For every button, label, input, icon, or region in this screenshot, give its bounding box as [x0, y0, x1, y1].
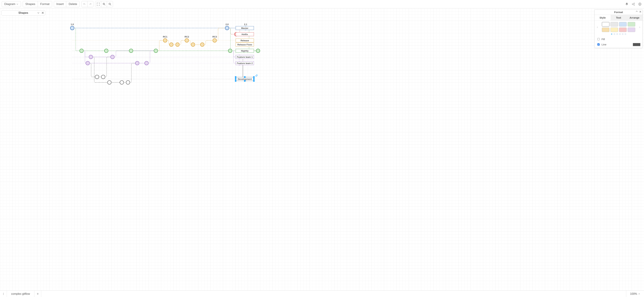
commit-node[interactable]: [104, 49, 108, 53]
swatch-page-dot[interactable]: [622, 34, 623, 35]
zoom-out-icon: [108, 2, 112, 6]
commit-node[interactable]: [212, 38, 217, 42]
edge[interactable]: [215, 28, 227, 40]
swatch-page-dot[interactable]: [611, 34, 612, 35]
selection-handle[interactable]: [235, 78, 236, 80]
redo-button[interactable]: [88, 1, 93, 7]
zoom-in-button[interactable]: [101, 1, 107, 7]
swatch-page-dot[interactable]: [625, 34, 626, 35]
notifications-button[interactable]: [624, 2, 629, 6]
swatch[interactable]: [602, 22, 610, 26]
swatch-prev[interactable]: ‹: [596, 25, 599, 29]
commit-node[interactable]: [163, 38, 167, 42]
chevron-down-icon: [37, 12, 40, 14]
swatch-next[interactable]: ›: [638, 25, 641, 29]
format-panel-close[interactable]: ✕: [639, 10, 642, 14]
edge[interactable]: [103, 57, 112, 77]
selection-handle[interactable]: [253, 76, 255, 78]
swatch[interactable]: [610, 28, 618, 32]
line-preview[interactable]: [633, 43, 640, 46]
lane-label[interactable]: Feature team 2: [236, 61, 254, 65]
commit-node[interactable]: [191, 42, 195, 47]
swatch-page-dot[interactable]: [614, 34, 615, 35]
commit-node[interactable]: [70, 26, 74, 30]
selection-handle[interactable]: [235, 80, 236, 82]
commit-node[interactable]: [107, 80, 112, 84]
selection-handle[interactable]: [253, 78, 255, 80]
format-panel: Format ✕ Style Text Arrange ‹ › Fill Lin…: [594, 10, 642, 48]
dots-vertical-icon: [2, 293, 5, 295]
lane-label[interactable]: Hotfix: [236, 32, 254, 36]
page-tab[interactable]: complex gitflow: [7, 291, 34, 297]
undo-button[interactable]: [82, 1, 88, 7]
fill-row: Fill: [595, 36, 642, 42]
zoom-indicator[interactable]: 100%: [626, 291, 644, 297]
commit-node[interactable]: [129, 49, 133, 53]
selection-handle[interactable]: [235, 76, 236, 78]
commit-node[interactable]: [126, 80, 130, 84]
tab-text[interactable]: Text: [611, 15, 627, 20]
edge[interactable]: [240, 57, 246, 79]
zoom-out-button[interactable]: [107, 1, 113, 7]
tab-style[interactable]: Style: [595, 15, 611, 20]
shapes-panel: Shapes ✕: [2, 10, 45, 16]
shapes-panel-close[interactable]: ✕: [41, 10, 44, 15]
delete-button[interactable]: Delete: [66, 1, 80, 7]
commit-node[interactable]: [144, 61, 148, 65]
commit-node[interactable]: [101, 75, 105, 79]
format-toggle[interactable]: Format: [38, 1, 52, 7]
chevron-down-icon: [16, 3, 18, 5]
selection-handle[interactable]: [244, 76, 246, 78]
insert-button[interactable]: Insert: [54, 1, 66, 7]
commit-node[interactable]: [154, 49, 158, 53]
pages-menu-button[interactable]: [0, 291, 7, 297]
commit-node[interactable]: [185, 38, 189, 42]
edge[interactable]: [72, 28, 82, 51]
lane-label[interactable]: Release: [236, 38, 254, 42]
fit-button[interactable]: [95, 1, 101, 7]
tab-arrange[interactable]: Arrange: [626, 15, 642, 20]
lane-label[interactable]: Release Fixes: [236, 43, 254, 46]
commit-node[interactable]: [110, 55, 114, 59]
lane-label[interactable]: Master: [236, 26, 254, 30]
format-panel-collapse[interactable]: [636, 10, 638, 12]
swatch[interactable]: [619, 28, 627, 32]
commit-node[interactable]: [225, 26, 229, 30]
swatch[interactable]: [628, 22, 635, 26]
lane-label[interactable]: Nightly: [236, 49, 254, 53]
swatch[interactable]: [619, 22, 627, 26]
shapes-toggle[interactable]: Shapes: [23, 1, 38, 7]
fill-checkbox[interactable]: [598, 38, 600, 40]
edge[interactable]: [128, 63, 137, 82]
edge[interactable]: [227, 28, 232, 51]
globe-button[interactable]: [638, 2, 642, 6]
edge[interactable]: [88, 63, 97, 77]
commit-node[interactable]: [200, 42, 204, 47]
selection-handle[interactable]: [244, 80, 246, 82]
lane-label[interactable]: Feature team 1: [236, 55, 254, 59]
commit-node[interactable]: [89, 55, 93, 59]
share-button[interactable]: [631, 2, 636, 6]
shapes-panel-collapse[interactable]: [36, 10, 40, 15]
swatch[interactable]: [628, 28, 635, 32]
swatch-page-dot[interactable]: [619, 34, 620, 35]
commit-node[interactable]: [120, 80, 124, 84]
add-page-button[interactable]: +: [34, 291, 41, 297]
commit-node[interactable]: [135, 61, 139, 65]
commit-node[interactable]: [80, 49, 84, 53]
commit-node[interactable]: [95, 75, 99, 79]
commit-node[interactable]: [86, 61, 90, 65]
rotate-handle[interactable]: [255, 74, 258, 77]
canvas[interactable]: 1.0RC1RC2RC32.02.1MasterHotfixReleaseRel…: [0, 8, 644, 290]
diagram-menu[interactable]: Diagram: [2, 1, 21, 7]
commit-node[interactable]: [176, 42, 180, 47]
swatch-page-dot[interactable]: [616, 34, 618, 35]
selection-handle[interactable]: [253, 80, 255, 82]
commit-node[interactable]: [256, 49, 260, 53]
commit-node[interactable]: [169, 42, 174, 47]
commit-node[interactable]: [228, 49, 232, 53]
line-checkbox[interactable]: [598, 43, 600, 46]
swatch[interactable]: [610, 22, 618, 26]
edge[interactable]: [112, 51, 156, 57]
swatch[interactable]: [602, 28, 610, 32]
